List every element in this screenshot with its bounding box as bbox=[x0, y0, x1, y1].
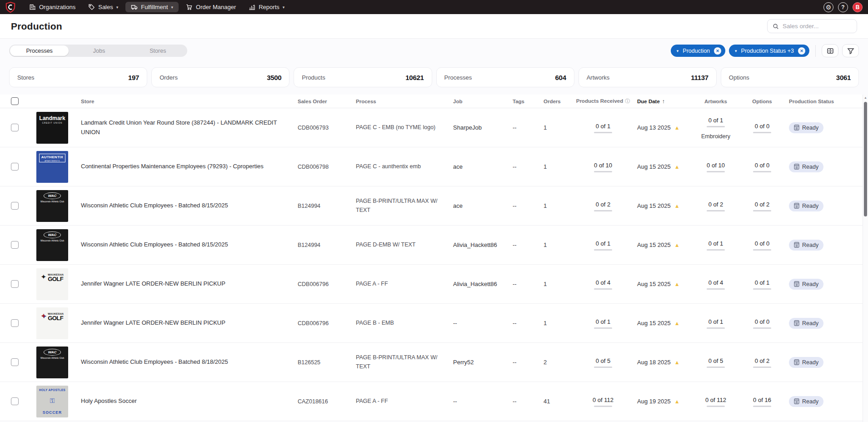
warning-icon bbox=[674, 320, 680, 326]
row-checkbox[interactable] bbox=[11, 280, 19, 288]
thumb-text: Wisconsin Athletic Club bbox=[40, 200, 64, 203]
nav-item-organizations[interactable]: Organizations bbox=[24, 2, 81, 12]
tab-jobs[interactable]: Jobs bbox=[70, 45, 128, 57]
status-form-icon bbox=[794, 203, 799, 209]
store-name: Wisconsin Athletic Club Employees - Batc… bbox=[81, 357, 298, 367]
table-row[interactable]: WAC Wisconsin Athletic Club Wisconsin At… bbox=[0, 226, 868, 265]
nav-right-cluster: B bbox=[823, 2, 863, 12]
shield-logo-icon bbox=[5, 2, 15, 13]
nav-item-sales[interactable]: Sales bbox=[83, 2, 124, 12]
tab-stores[interactable]: Stores bbox=[129, 45, 187, 57]
row-checkbox[interactable] bbox=[11, 397, 19, 405]
job-name: ace bbox=[453, 202, 513, 209]
column-header-sales-order[interactable]: Sales Order bbox=[298, 99, 356, 104]
filter-chip-production[interactable]: Production bbox=[671, 45, 725, 57]
artworks-progress: 0 of 4 bbox=[707, 279, 725, 290]
table-row[interactable]: WAUKESHA GOLF Jennifer Wagner LATE ORDER… bbox=[0, 304, 868, 343]
scroll-up-icon[interactable] bbox=[863, 96, 868, 99]
artworks-progress: 0 of 2 bbox=[707, 201, 725, 211]
row-checkbox[interactable] bbox=[11, 163, 19, 171]
remove-filter-icon[interactable] bbox=[798, 47, 805, 55]
vertical-scrollbar[interactable] bbox=[863, 95, 868, 422]
column-header-production-status[interactable]: Production Status bbox=[789, 99, 868, 104]
artworks-progress: 0 of 1 bbox=[707, 117, 725, 127]
user-avatar[interactable]: B bbox=[853, 2, 863, 12]
products-received-progress: 0 of 1 bbox=[594, 318, 612, 329]
job-name: Perry52 bbox=[453, 359, 513, 366]
table-row[interactable]: WAC Wisconsin Athletic Club Wisconsin At… bbox=[0, 186, 868, 226]
page-header: Production bbox=[0, 14, 868, 39]
search-icon bbox=[773, 23, 779, 30]
column-header-store[interactable]: Store bbox=[81, 99, 298, 104]
column-header-tags[interactable]: Tags bbox=[513, 99, 544, 104]
row-checkbox[interactable] bbox=[11, 124, 19, 131]
tags-value: -- bbox=[513, 202, 544, 209]
orders-count: 1 bbox=[544, 124, 572, 131]
filter-button[interactable] bbox=[842, 44, 859, 57]
row-checkbox[interactable] bbox=[11, 202, 19, 210]
sales-order: B126525 bbox=[298, 359, 356, 366]
settings-gear-icon[interactable] bbox=[823, 2, 833, 12]
job-name: Alivia_Hackett86 bbox=[453, 241, 513, 248]
top-nav: Organizations Sales Fulfillment Order Ma… bbox=[0, 0, 868, 14]
row-checkbox[interactable] bbox=[11, 358, 19, 366]
page-title: Production bbox=[11, 21, 62, 32]
remove-filter-icon[interactable] bbox=[714, 47, 721, 55]
production-status-badge: Ready bbox=[789, 201, 823, 211]
orders-count: 41 bbox=[544, 398, 572, 405]
stat-card-artworks: Artworks 11137 bbox=[579, 67, 717, 87]
table-row[interactable]: AUTHENTIX APARTMENTS Continental Propert… bbox=[0, 147, 868, 186]
row-checkbox[interactable] bbox=[11, 319, 19, 327]
nav-item-label: Order Manager bbox=[196, 4, 236, 10]
compass-star-icon bbox=[41, 312, 47, 319]
orders-count: 1 bbox=[544, 202, 572, 209]
stat-value: 3061 bbox=[836, 74, 851, 81]
select-all-checkbox[interactable] bbox=[11, 97, 19, 105]
columns-settings-button[interactable] bbox=[822, 44, 838, 57]
stat-value: 604 bbox=[555, 74, 566, 81]
due-date: Aug 13 2025 bbox=[637, 124, 671, 131]
row-checkbox[interactable] bbox=[11, 241, 19, 249]
table-row[interactable]: Landmark CREDIT UNION Landmark Credit Un… bbox=[0, 108, 868, 147]
column-header-products-received[interactable]: Products Received bbox=[572, 98, 634, 105]
filter-chip-production-status[interactable]: Production Status +3 bbox=[729, 45, 809, 57]
tags-value: -- bbox=[513, 241, 544, 248]
sales-order-search[interactable] bbox=[767, 19, 857, 33]
table-row[interactable]: WAUKESHA GOLF Jennifer Wagner LATE ORDER… bbox=[0, 265, 868, 304]
help-icon[interactable] bbox=[838, 2, 848, 12]
table-row[interactable]: WAC Wisconsin Athletic Club Wisconsin At… bbox=[0, 343, 868, 382]
store-thumbnail: WAUKESHA GOLF bbox=[36, 307, 68, 339]
options-progress: 0 of 2 bbox=[753, 357, 771, 368]
artworks-progress: 0 of 5 bbox=[707, 357, 725, 368]
table-row[interactable]: HOLY APOSTLES SOCCER Holy Apostles Socce… bbox=[0, 382, 868, 421]
scrollbar-thumb[interactable] bbox=[864, 102, 867, 216]
job-name: Alivia_Hackett86 bbox=[453, 281, 513, 287]
production-status-badge: Ready bbox=[789, 357, 823, 368]
thumb-text: CREDIT UNION bbox=[42, 122, 62, 124]
products-received-progress: 0 of 2 bbox=[594, 201, 612, 211]
column-header-options[interactable]: Options bbox=[735, 99, 789, 104]
process-name: PAGE D-EMB W/ TEXT bbox=[356, 241, 453, 249]
column-header-orders[interactable]: Orders bbox=[544, 99, 572, 104]
thumb-text: WAC bbox=[44, 349, 61, 356]
stat-card-processes: Processes 604 bbox=[436, 67, 574, 87]
funnel-icon bbox=[847, 47, 854, 55]
job-name: SharpeJob bbox=[453, 124, 513, 131]
nav-item-reports[interactable]: Reports bbox=[243, 2, 290, 12]
process-name: PAGE A - FF bbox=[356, 397, 453, 406]
search-input[interactable] bbox=[783, 23, 852, 30]
column-header-job[interactable]: Job bbox=[453, 99, 513, 104]
store-thumbnail: AUTHENTIX APARTMENTS bbox=[36, 151, 68, 183]
column-header-artworks[interactable]: Artworks bbox=[696, 99, 735, 104]
tab-processes[interactable]: Processes bbox=[10, 45, 69, 56]
columns-icon bbox=[827, 47, 834, 55]
nav-item-fulfillment[interactable]: Fulfillment bbox=[125, 2, 179, 12]
nav-item-order-manager[interactable]: Order Manager bbox=[180, 2, 241, 12]
column-header-due-date[interactable]: Due Date bbox=[634, 98, 696, 105]
due-date: Aug 15 2025 bbox=[637, 320, 671, 327]
products-received-progress: 0 of 4 bbox=[594, 279, 612, 290]
stat-value: 10621 bbox=[405, 74, 424, 81]
warning-icon bbox=[674, 242, 680, 248]
brand-logo[interactable] bbox=[5, 1, 16, 13]
column-header-process[interactable]: Process bbox=[356, 99, 453, 104]
